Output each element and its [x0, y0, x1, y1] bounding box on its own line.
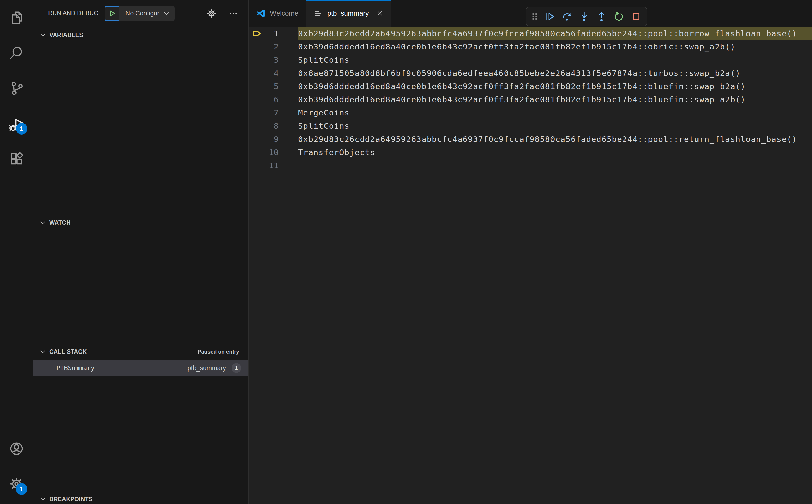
call-stack-section-header[interactable]: CALL STACK Paused on entry	[33, 343, 248, 360]
call-stack-frame[interactable]: PTBSummaryptb_summary1	[33, 360, 248, 376]
editor-line-6[interactable]: 60xb39d6dddedd16ed8a40ce0b1e6b43c92acf0f…	[248, 93, 812, 106]
step-over-icon	[561, 11, 573, 22]
line-number: 7	[265, 108, 279, 117]
variables-section-header[interactable]: VARIABLES	[33, 27, 248, 43]
editor-group: Welcome ptb_summary 10xb29d83c26cdd2a649…	[248, 0, 812, 504]
launch-control: No Configur	[105, 6, 174, 21]
restart-button[interactable]	[611, 8, 627, 25]
restart-icon	[613, 11, 624, 22]
code-text: 0x8ae871505a80d8bf6bf9c05906cda6edfeea46…	[298, 69, 741, 78]
step-into-button[interactable]	[576, 8, 592, 25]
code-text: 0xb39d6dddedd16ed8a40ce0b1e6b43c92acf0ff…	[298, 82, 746, 91]
stop-icon	[631, 11, 642, 22]
gutter[interactable]: 11	[248, 161, 298, 170]
activity-bar-top: 1	[0, 0, 33, 176]
activity-bar: 1 1	[0, 0, 33, 504]
activity-bar-item-extensions[interactable]	[0, 141, 33, 176]
code-text: MergeCoins	[298, 108, 349, 117]
vscode-logo-icon	[256, 9, 265, 18]
activity-bar-item-explorer[interactable]	[0, 0, 33, 35]
gutter[interactable]: 8	[248, 121, 298, 130]
gripper-icon	[529, 11, 540, 22]
activity-bar-item-source-control[interactable]	[0, 71, 33, 106]
gear-icon	[206, 8, 216, 19]
line-number: 5	[265, 82, 279, 91]
gutter[interactable]: 2	[248, 42, 298, 51]
continue-button[interactable]	[542, 8, 558, 25]
editor-line-4[interactable]: 40x8ae871505a80d8bf6bf9c05906cda6edfeea4…	[248, 66, 812, 80]
gutter[interactable]: 5	[248, 82, 298, 91]
gutter[interactable]: 9	[248, 135, 298, 144]
editor-line-2[interactable]: 20xb39d6dddedd16ed8a40ce0b1e6b43c92acf0f…	[248, 40, 812, 53]
line-number: 4	[265, 69, 279, 78]
toolbar-drag-handle[interactable]	[529, 8, 541, 25]
continue-icon	[544, 11, 555, 22]
step-out-button[interactable]	[593, 8, 610, 25]
editor-line-9[interactable]: 90xb29d83c26cdd2a64959263abbcfc4a6937f0c…	[248, 132, 812, 146]
editor-line-7[interactable]: 7MergeCoins	[248, 106, 812, 119]
code-text: 0xb39d6dddedd16ed8a40ce0b1e6b43c92acf0ff…	[298, 42, 735, 51]
debug-settings-gear-icon[interactable]	[206, 8, 217, 19]
watch-section-label: WATCH	[49, 219, 71, 226]
line-number: 3	[265, 55, 279, 64]
code-text: TransferObjects	[298, 148, 375, 157]
sidebar-header: RUN AND DEBUG No Configur	[33, 0, 248, 27]
step-over-button[interactable]	[559, 8, 575, 25]
tab-label: Welcome	[270, 10, 298, 18]
editor-line-5[interactable]: 50xb39d6dddedd16ed8a40ce0b1e6b43c92acf0f…	[248, 80, 812, 93]
code-text: 0xb29d83c26cdd2a64959263abbcfc4a6937f0c9…	[298, 135, 797, 144]
watch-section-header[interactable]: WATCH	[33, 214, 248, 231]
line-number: 2	[265, 42, 279, 51]
call-stack-status: Paused on entry	[198, 349, 239, 355]
editor-line-10[interactable]: 10TransferObjects	[248, 146, 812, 159]
source-control-icon	[9, 80, 24, 96]
tab-welcome[interactable]: Welcome	[248, 0, 306, 27]
gutter[interactable]: 7	[248, 108, 298, 117]
settings-badge: 1	[16, 483, 27, 495]
debug-configuration-dropdown[interactable]: No Configur	[119, 6, 174, 21]
breakpoints-section-header[interactable]: BREAKPOINTS	[33, 491, 248, 504]
breakpoints-section: BREAKPOINTS	[33, 491, 248, 504]
frame-name: PTBSummary	[56, 364, 95, 372]
step-into-icon	[579, 11, 590, 22]
chevron-down-icon	[40, 348, 46, 355]
debug-configuration-label: No Configur	[125, 10, 159, 17]
editor-line-8[interactable]: 8SplitCoins	[248, 119, 812, 132]
watch-section: WATCH	[33, 214, 248, 343]
gutter[interactable]: 1	[248, 28, 298, 39]
line-number: 10	[265, 148, 279, 157]
breakpoints-section-label: BREAKPOINTS	[49, 496, 93, 503]
editor-line-11[interactable]: 11	[248, 159, 812, 172]
editor-line-1[interactable]: 10xb29d83c26cdd2a64959263abbcfc4a6937f0c…	[248, 27, 812, 40]
gutter[interactable]: 6	[248, 95, 298, 104]
activity-bar-item-run-and-debug[interactable]: 1	[0, 106, 33, 141]
play-icon	[108, 9, 116, 18]
chevron-down-icon	[40, 219, 46, 226]
gutter[interactable]: 3	[248, 55, 298, 64]
gutter[interactable]: 4	[248, 69, 298, 78]
current-frame-arrow-icon	[248, 28, 265, 39]
line-number: 11	[265, 161, 279, 170]
more-actions-button[interactable]	[228, 8, 239, 19]
search-icon	[9, 45, 24, 61]
line-number: 9	[265, 135, 279, 144]
activity-bar-item-accounts[interactable]	[0, 431, 33, 466]
extensions-icon	[9, 151, 24, 167]
activity-bar-item-search[interactable]	[0, 35, 33, 71]
activity-bar-item-settings[interactable]: 1	[0, 466, 33, 501]
account-icon	[9, 441, 24, 457]
activity-bar-bottom: 1	[0, 431, 33, 504]
call-stack-frames: PTBSummaryptb_summary1	[33, 360, 248, 376]
call-stack-section-label: CALL STACK	[49, 348, 87, 355]
run-and-debug-badge: 1	[16, 123, 27, 135]
code-editor[interactable]: 10xb29d83c26cdd2a64959263abbcfc4a6937f0c…	[248, 27, 812, 504]
code-text: SplitCoins	[298, 55, 349, 64]
editor-line-3[interactable]: 3SplitCoins	[248, 53, 812, 66]
close-icon[interactable]	[376, 10, 383, 17]
tab-ptb-summary[interactable]: ptb_summary	[306, 0, 391, 27]
start-debugging-button[interactable]	[105, 6, 120, 21]
frame-line-badge: 1	[231, 363, 241, 373]
variables-section: VARIABLES	[33, 27, 248, 214]
gutter[interactable]: 10	[248, 148, 298, 157]
stop-button[interactable]	[628, 8, 644, 25]
